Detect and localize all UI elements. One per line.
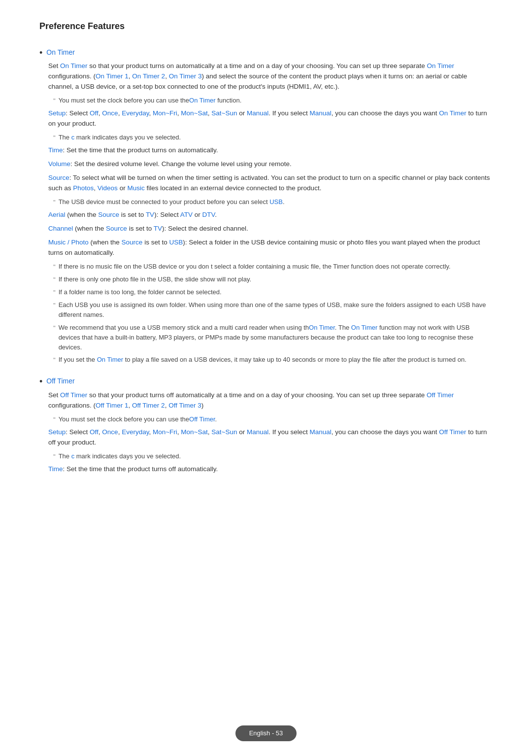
- footer: English - 53: [0, 725, 532, 741]
- note-mark: ": [53, 288, 56, 298]
- note-mark: ": [53, 355, 56, 365]
- para-0-9: Channel (when the Source is set to TV): …: [48, 224, 493, 234]
- note-text: We recommend that you use a USB memory s…: [59, 323, 493, 352]
- note-text: You must set the clock before you can us…: [59, 96, 242, 105]
- note-text: If there is no music file on the USB dev…: [59, 262, 451, 272]
- note-text: Each USB you use is assigned its own fol…: [59, 300, 493, 320]
- note-0-3: "The c mark indicates days you ve select…: [48, 133, 493, 143]
- section-list: •On TimerSet On Timer so that your produ…: [39, 47, 493, 475]
- note-mark: ": [53, 323, 56, 333]
- note-mark: ": [53, 275, 56, 285]
- note-text: The c mark indicates days you ve selecte…: [59, 133, 181, 142]
- para-1-0: Set Off Timer so that your product turns…: [48, 390, 493, 411]
- para-0-6: Source: To select what will be turned on…: [48, 173, 493, 194]
- note-mark: ": [53, 262, 56, 272]
- note-0-14: "Each USB you use is assigned its own fo…: [48, 300, 493, 320]
- para-0-5: Volume: Set the desired volume level. Ch…: [48, 159, 493, 170]
- note-0-12: "If there is only one photo file in the …: [48, 275, 493, 285]
- section-0: •On TimerSet On Timer so that your produ…: [39, 47, 493, 365]
- note-text: If there is only one photo file in the U…: [59, 275, 251, 284]
- section-title: On Timer: [46, 47, 75, 58]
- section-1: •Off TimerSet Off Timer so that your pro…: [39, 376, 493, 474]
- note-0-1: "You must set the clock before you can u…: [48, 96, 493, 106]
- note-text: If you set the On Timer to play a file s…: [59, 355, 466, 365]
- note-mark: ": [53, 452, 56, 462]
- footer-label: English - 53: [235, 725, 297, 741]
- note-1-3: "The c mark indicates days you ve select…: [48, 451, 493, 462]
- page-title: Preference Features: [39, 20, 493, 34]
- para-0-4: Time: Set the time that the product turn…: [48, 145, 493, 156]
- page-container: Preference Features •On TimerSet On Time…: [39, 20, 493, 475]
- note-mark: ": [53, 301, 56, 310]
- para-1-2: Setup: Select Off, Once, Everyday, Mon~F…: [48, 427, 493, 448]
- bullet-dot: •: [39, 377, 42, 387]
- note-mark: ": [53, 415, 56, 425]
- section-content-0: Set On Timer so that your product turns …: [39, 61, 493, 365]
- para-0-10: Music / Photo (when the Source is set to…: [48, 238, 493, 258]
- note-1-1: "You must set the clock before you can u…: [48, 414, 493, 425]
- note-text: The USB device must be connected to your…: [59, 197, 285, 207]
- note-0-11: "If there is no music file on the USB de…: [48, 262, 493, 272]
- note-0-7: "The USB device must be connected to you…: [48, 197, 493, 207]
- para-0-8: Aerial (when the Source is set to TV): S…: [48, 210, 493, 220]
- note-0-13: "If a folder name is too long, the folde…: [48, 287, 493, 298]
- section-content-1: Set Off Timer so that your product turns…: [39, 390, 493, 475]
- section-title: Off Timer: [46, 376, 74, 387]
- note-mark: ": [53, 198, 56, 207]
- para-0-0: Set On Timer so that your product turns …: [48, 61, 493, 92]
- section-heading-0: •On Timer: [39, 47, 493, 59]
- para-1-4: Time: Set the time that the product turn…: [48, 464, 493, 475]
- note-0-16: "If you set the On Timer to play a file …: [48, 355, 493, 365]
- section-heading-1: •Off Timer: [39, 376, 493, 387]
- note-text: You must set the clock before you can us…: [59, 414, 217, 424]
- para-0-2: Setup: Select Off, Once, Everyday, Mon~F…: [48, 108, 493, 129]
- note-0-15: "We recommend that you use a USB memory …: [48, 323, 493, 352]
- note-text: The c mark indicates days you ve selecte…: [59, 451, 181, 461]
- bullet-dot: •: [39, 48, 42, 59]
- note-mark: ": [53, 133, 56, 143]
- note-mark: ": [53, 96, 56, 106]
- note-text: If a folder name is too long, the folder…: [59, 287, 222, 297]
